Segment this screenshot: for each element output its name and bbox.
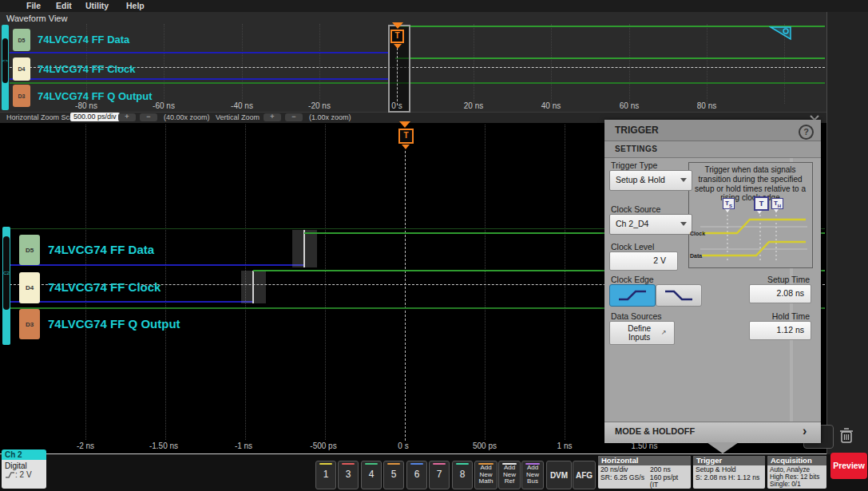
channel-badge-d5[interactable]: D5 xyxy=(19,235,40,265)
horizontal-badge[interactable]: Horizontal 20 ns/div200 ns SR: 6.25 GS/s… xyxy=(598,456,691,489)
zoom-axis-tick: 500 ps xyxy=(473,442,497,450)
trigger-flag-icon[interactable]: T xyxy=(390,30,404,43)
overview-axis-tick: -20 ns xyxy=(308,101,331,110)
resolution: 160 ps/pt (IT xyxy=(650,474,688,489)
acquisition-mode: Auto, Analyze xyxy=(770,466,824,473)
trigger-flag-icon[interactable]: T xyxy=(398,129,414,144)
channel-6-button[interactable]: 6 xyxy=(406,461,427,489)
menu-bar: File Edit Utility Help xyxy=(0,0,868,12)
add-new-ref-button[interactable]: Add New Ref xyxy=(498,461,521,489)
trigger-type-label: Trigger Type xyxy=(611,160,657,170)
falling-edge-icon xyxy=(662,288,696,303)
trigger-description-text: Trigger when data signals transition dur… xyxy=(692,165,809,203)
ch6-color-stripe xyxy=(410,463,423,465)
chevron-down-icon xyxy=(680,222,687,226)
zoom-axis-tick: -1 ns xyxy=(235,442,252,450)
ref-color-stripe xyxy=(502,463,517,465)
h-zoom-factor: (40.00x zoom) xyxy=(164,113,210,121)
digital-group-handle[interactable]: <> xyxy=(2,38,8,83)
add-new-math-button[interactable]: Add New Math xyxy=(474,461,497,489)
chevron-down-icon xyxy=(680,178,687,182)
horizontal-zoom-scale-field[interactable]: 500.00 ps/div xyxy=(70,113,120,121)
setup-hold-diagram: Clock Data xyxy=(689,211,811,265)
channel-3-button[interactable]: 3 xyxy=(338,461,359,489)
clock-source-value: Ch 2_D4 xyxy=(616,219,648,228)
falling-edge-button[interactable] xyxy=(656,284,702,307)
gridline xyxy=(242,24,243,104)
channel-badge-d3[interactable]: D3 xyxy=(19,309,40,339)
acquisition-badge[interactable]: Acquisition Auto, Analyze High Res: 12 b… xyxy=(767,456,826,489)
v-zoom-plus-button[interactable]: + xyxy=(264,113,281,121)
trigger-position-dashed-line xyxy=(405,151,406,441)
channel-badge-d3[interactable]: D3 xyxy=(13,85,30,107)
clock-edge-label: Clock Edge xyxy=(611,275,654,284)
flag-tail-icon xyxy=(725,209,730,212)
acquisition-single: Single: 0/1 xyxy=(770,481,824,488)
zoom-axis-tick: -500 ps xyxy=(310,442,336,450)
preview-button[interactable]: Preview xyxy=(830,453,867,479)
channel-badge-d4[interactable]: D4 xyxy=(13,57,30,81)
menu-utility[interactable]: Utility xyxy=(85,1,109,10)
q-output-signal-high xyxy=(10,82,825,84)
gridline xyxy=(565,125,565,440)
v-zoom-minus-button[interactable]: − xyxy=(285,113,303,121)
sample-rate: SR: 6.25 GS/s xyxy=(600,474,650,489)
channel-5-button[interactable]: 5 xyxy=(383,461,404,489)
dvm-button[interactable]: DVM xyxy=(546,461,572,489)
clock-source-dropdown[interactable]: Ch 2_D4 xyxy=(609,214,692,235)
digital-group-handle[interactable]: C2 xyxy=(3,236,10,310)
define-inputs-button[interactable]: Define Inputs ↗ xyxy=(609,321,675,345)
channel-8-button[interactable]: 8 xyxy=(452,461,473,489)
open-dialog-icon: ↗ xyxy=(661,330,667,337)
hold-time-field[interactable]: 1.12 ns xyxy=(749,321,811,340)
ch2-badge-header: Ch 2 xyxy=(2,449,46,460)
channel-label-clock: 74LVCG74 FF Clock xyxy=(48,280,161,294)
zoom-axis-tick: 0 s xyxy=(398,442,408,450)
ch2-channel-badge[interactable]: Ch 2 Digital : 2 V xyxy=(2,449,46,489)
overview-axis-tick: 0 s xyxy=(391,101,402,110)
channel-badge-d5[interactable]: D5 xyxy=(13,29,30,51)
ch7-color-stripe xyxy=(433,463,446,465)
math-color-stripe xyxy=(478,463,493,465)
zoom-area-icon[interactable] xyxy=(769,26,793,42)
rising-edge-icon xyxy=(616,288,649,303)
trigger-times-summary: S: 2.08 ns H: 1.12 ns xyxy=(696,474,763,482)
gridline xyxy=(165,125,166,440)
zoom-axis-tick: -2 ns xyxy=(77,442,94,450)
trash-button[interactable] xyxy=(835,425,858,447)
h-zoom-minus-button[interactable]: − xyxy=(140,113,157,121)
menu-edit[interactable]: Edit xyxy=(56,1,72,10)
overview-axis-tick: -40 ns xyxy=(231,101,253,110)
setup-time-field[interactable]: 2.08 ns xyxy=(749,284,811,303)
clock-level-field[interactable]: 2 V xyxy=(609,251,678,271)
trigger-badge[interactable]: Trigger Setup & Hold S: 2.08 ns H: 1.12 … xyxy=(693,456,765,489)
menu-help[interactable]: Help xyxy=(126,1,145,10)
gridline xyxy=(485,125,486,440)
help-icon[interactable]: ? xyxy=(799,125,814,140)
oscilloscope-screen: File Edit Utility Help Waveform View T <… xyxy=(0,0,868,491)
chevron-right-icon[interactable]: › xyxy=(803,424,807,438)
ch8-color-stripe xyxy=(456,463,469,465)
h-zoom-plus-button[interactable]: + xyxy=(118,113,136,121)
add-new-bus-button[interactable]: Add New Bus xyxy=(521,461,544,489)
overview-axis-tick: 80 ns xyxy=(697,101,716,110)
channel-badge-d4[interactable]: D4 xyxy=(19,272,40,303)
trigger-type-dropdown[interactable]: Setup & Hold xyxy=(609,170,692,191)
channel-4-button[interactable]: 4 xyxy=(361,461,382,489)
panel-pointer-tail xyxy=(707,442,739,453)
trigger-flag-tail-icon xyxy=(402,145,410,149)
afg-button[interactable]: AFG xyxy=(573,461,596,489)
data-signal-high xyxy=(397,26,825,27)
clock-level-label: Clock Level xyxy=(611,242,654,251)
menu-file[interactable]: File xyxy=(26,1,41,10)
waveform-area-bottom-border xyxy=(0,453,826,454)
gridline xyxy=(551,24,552,104)
data-sources-label: Data Sources xyxy=(611,311,662,321)
settings-tab-label: SETTINGS xyxy=(615,145,657,153)
rising-edge-button[interactable] xyxy=(609,284,656,307)
overview-axis-tick: 40 ns xyxy=(541,101,561,110)
flag-tail-icon xyxy=(757,211,762,214)
channel-7-button[interactable]: 7 xyxy=(429,461,450,489)
right-toolbar xyxy=(826,12,868,454)
channel-1-button[interactable]: 1 xyxy=(315,461,336,489)
